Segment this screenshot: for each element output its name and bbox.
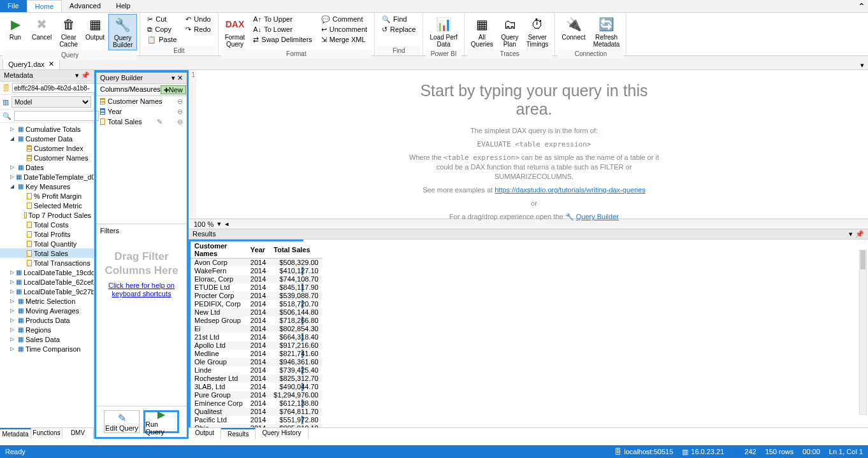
- edit-query-button[interactable]: ✎Edit Query: [104, 410, 140, 433]
- model-select[interactable]: Model: [11, 96, 91, 108]
- column-header[interactable]: Total Sales: [270, 241, 322, 259]
- dropdown-icon[interactable]: ▾: [860, 61, 864, 69]
- remove-icon[interactable]: ⊖: [177, 118, 183, 126]
- menu-advanced[interactable]: Advanced: [62, 0, 108, 12]
- tab-results[interactable]: Results: [221, 428, 256, 439]
- table-row[interactable]: Medline2014$821,741.60: [191, 350, 322, 358]
- zoom-value[interactable]: 100 %: [194, 220, 213, 228]
- tree-node-table[interactable]: ◢▦Customer Data: [0, 134, 94, 143]
- tree-node-table[interactable]: ◢▦Key Measures: [0, 182, 94, 191]
- tree-node-table[interactable]: ▷▦Products Data: [0, 315, 94, 325]
- edit-icon[interactable]: ✎: [157, 118, 163, 126]
- qb-item[interactable]: Total Sales✎⊖: [96, 117, 187, 127]
- comment-button[interactable]: 💬Comment: [319, 14, 369, 24]
- tab-query-history[interactable]: Query History: [256, 428, 308, 439]
- paste-button[interactable]: 📋Paste: [145, 34, 178, 45]
- ribbon-collapse-icon[interactable]: ⌃: [858, 1, 865, 11]
- clear-cache-button[interactable]: 🗑Clear Cache: [55, 14, 82, 49]
- connection-input[interactable]: [12, 83, 97, 93]
- tree-node-field[interactable]: Top 7 Product Sales: [0, 210, 94, 220]
- tree-node-table[interactable]: ▷▦DateTableTemplate_d095fb: [0, 172, 94, 182]
- tree-node-table[interactable]: ▷▦Regions: [0, 325, 94, 334]
- new-button[interactable]: ✚New: [161, 85, 186, 94]
- zoom-dropdown-icon[interactable]: ▾: [217, 220, 221, 228]
- table-row[interactable]: Avon Corp2014$508,329.00: [191, 259, 322, 267]
- table-row[interactable]: Apollo Ltd2014$917,216.60: [191, 341, 322, 350]
- all-queries-button[interactable]: ▦All Queries: [467, 14, 497, 49]
- column-header[interactable]: Customer Names: [191, 241, 247, 259]
- find-button[interactable]: 🔍Find: [380, 14, 417, 24]
- format-query-button[interactable]: DAXFormat Query: [221, 14, 249, 49]
- tree-node-table[interactable]: ▷▦Dates: [0, 162, 94, 172]
- metadata-tree[interactable]: ▷▦Cumulative Totals◢▦Customer DataCustom…: [0, 123, 94, 427]
- column-header[interactable]: Year: [247, 241, 270, 259]
- tree-node-field[interactable]: Customer Index: [0, 143, 94, 153]
- table-row[interactable]: Ohio2014$895,810.10: [191, 424, 322, 428]
- table-row[interactable]: Elorac, Corp2014$744,108.70: [191, 275, 322, 283]
- table-row[interactable]: Eminence Corp2014$612,138.80: [191, 399, 322, 408]
- tree-node-table[interactable]: ▷▦Cumulative Totals: [0, 124, 94, 134]
- table-row[interactable]: New Ltd2014$506,144.80: [191, 308, 322, 317]
- tab-dmv[interactable]: DMV: [62, 428, 94, 439]
- undo-button[interactable]: ↶Undo: [184, 14, 212, 24]
- tree-node-field[interactable]: Total Costs: [0, 220, 94, 229]
- remove-icon[interactable]: ⊖: [177, 97, 183, 106]
- table-row[interactable]: Qualitest2014$764,811.70: [191, 408, 322, 416]
- table-row[interactable]: Procter Corp2014$539,088.70: [191, 292, 322, 300]
- table-row[interactable]: Pacific Ltd2014$551,972.80: [191, 416, 322, 424]
- qb-item[interactable]: Year⊖: [96, 106, 187, 117]
- results-table[interactable]: Customer NamesYearTotal SalesAvon Corp20…: [191, 241, 322, 427]
- tree-node-table[interactable]: ▷▦LocalDateTable_19cdc2e1-: [0, 268, 94, 277]
- table-row[interactable]: ETUDE Ltd2014$845,117.90: [191, 283, 322, 292]
- qb-item[interactable]: Customer Names⊖: [96, 96, 187, 106]
- table-row[interactable]: Ole Group2014$946,361.60: [191, 358, 322, 366]
- connect-button[interactable]: 🔌Connect: [558, 14, 589, 42]
- output-button[interactable]: ▦Output: [82, 14, 108, 42]
- tree-node-field[interactable]: Selected Metric: [0, 201, 94, 210]
- tree-node-field[interactable]: % Profit Margin: [0, 191, 94, 201]
- tree-node-field[interactable]: Total Transactions: [0, 258, 94, 268]
- to-lower-button[interactable]: A↓To Lower: [251, 24, 314, 34]
- tab-metadata[interactable]: Metadata: [0, 428, 31, 439]
- tree-node-table[interactable]: ▷▦Sales Data: [0, 334, 94, 344]
- merge-xml-button[interactable]: ⇲Merge XML: [319, 34, 369, 45]
- cut-button[interactable]: ✂Cut: [145, 14, 178, 24]
- tree-node-table[interactable]: ▷▦Moving Averages: [0, 306, 94, 315]
- dropdown-icon[interactable]: ▾: [171, 74, 175, 82]
- query-plan-button[interactable]: 🗂Query Plan: [497, 14, 523, 49]
- table-row[interactable]: 3LAB, Ltd2014$490,044.70: [191, 383, 322, 391]
- tree-node-field[interactable]: Total Profits: [0, 229, 94, 239]
- close-icon[interactable]: ✕: [48, 60, 54, 68]
- copy-button[interactable]: ⧉Copy: [145, 24, 178, 34]
- tab-functions[interactable]: Functions: [31, 428, 62, 439]
- table-row[interactable]: PEDIFIX, Corp2014$518,720.70: [191, 300, 322, 308]
- menu-help[interactable]: Help: [108, 0, 138, 12]
- tree-node-field[interactable]: Total Quantity: [0, 239, 94, 248]
- tree-node-table[interactable]: ▷▦LocalDateTable_62cef255-0: [0, 277, 94, 287]
- dropdown-icon[interactable]: ▾: [849, 230, 853, 238]
- tutorial-link[interactable]: https://daxstudio.org/tutorials/writing-…: [495, 186, 646, 194]
- query-builder-link[interactable]: Query Builder: [576, 213, 619, 220]
- table-row[interactable]: Linde2014$739,425.40: [191, 366, 322, 375]
- table-row[interactable]: Rochester Ltd2014$825,312.70: [191, 375, 322, 383]
- close-icon[interactable]: ✕: [177, 74, 183, 82]
- tab-output[interactable]: Output: [189, 428, 221, 439]
- refresh-metadata-button[interactable]: 🔄Refresh Metadata: [590, 14, 624, 49]
- load-perf-button[interactable]: 📊Load Perf Data: [426, 14, 461, 49]
- editor[interactable]: 1 Start by typing your query in this are…: [189, 70, 868, 218]
- tree-node-field[interactable]: Customer Names: [0, 153, 94, 162]
- pin-icon[interactable]: 📌: [855, 230, 864, 238]
- menu-file[interactable]: File: [0, 0, 27, 12]
- redo-button[interactable]: ↷Redo: [184, 24, 212, 34]
- keyboard-help-link[interactable]: Click here for help on keyboard shortcut…: [108, 282, 175, 297]
- results-scrollbar[interactable]: [859, 250, 867, 415]
- filters-dropzone[interactable]: Drag Filter Columns Here Click here for …: [96, 237, 187, 311]
- table-row[interactable]: Pure Group2014$1,294,976.00: [191, 391, 322, 399]
- search-input[interactable]: [14, 111, 99, 121]
- remove-icon[interactable]: ⊖: [177, 108, 183, 116]
- swap-delim-button[interactable]: ⇄Swap Delimiters: [251, 34, 314, 45]
- table-row[interactable]: WakeFern2014$410,127.10: [191, 267, 322, 275]
- pin-icon[interactable]: ▾ 📌: [75, 71, 90, 80]
- replace-button[interactable]: ↺Replace: [380, 24, 417, 34]
- run-button[interactable]: ▶Run: [3, 14, 28, 42]
